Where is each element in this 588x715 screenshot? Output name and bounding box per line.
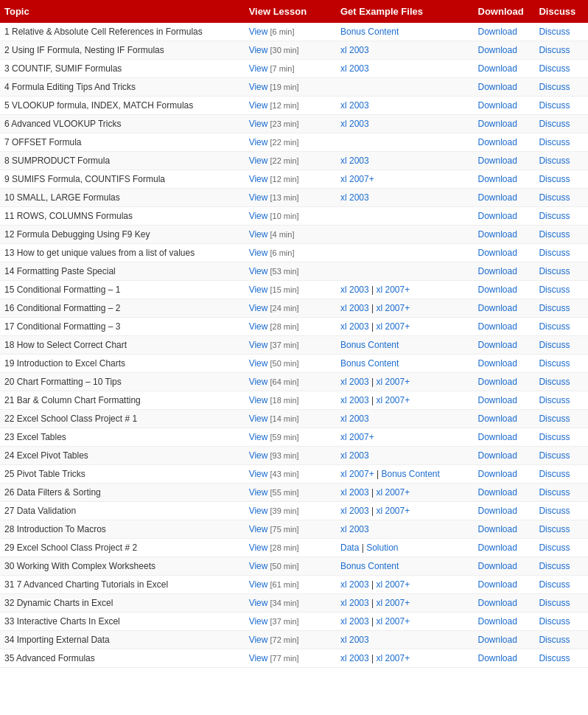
download-link[interactable]: Download — [478, 358, 517, 369]
file-link[interactable]: xl 2003 — [340, 192, 369, 203]
discuss-link[interactable]: Discuss — [539, 616, 570, 627]
download-link[interactable]: Download — [478, 653, 517, 663]
view-link[interactable]: View — [249, 653, 268, 663]
file-link[interactable]: Bonus Content — [340, 27, 399, 37]
file-link[interactable]: Bonus Content — [381, 469, 439, 479]
file-link[interactable]: xl 2003 — [340, 524, 369, 534]
download-link[interactable]: Download — [478, 414, 517, 424]
discuss-link[interactable]: Discuss — [539, 211, 570, 221]
view-link[interactable]: View — [249, 561, 268, 571]
discuss-link[interactable]: Discuss — [539, 321, 570, 332]
file-link[interactable]: xl 2003 — [340, 579, 369, 590]
download-link[interactable]: Download — [478, 174, 517, 184]
download-link[interactable]: Download — [478, 635, 517, 645]
discuss-link[interactable]: Discuss — [539, 340, 570, 350]
download-link[interactable]: Download — [478, 63, 517, 74]
file-link[interactable]: xl 2007+ — [376, 487, 410, 498]
view-link[interactable]: View — [249, 303, 268, 313]
download-link[interactable]: Download — [478, 248, 517, 258]
view-link[interactable]: View — [249, 174, 268, 184]
discuss-link[interactable]: Discuss — [539, 248, 570, 258]
file-link[interactable]: xl 2007+ — [340, 432, 374, 442]
file-link[interactable]: xl 2007+ — [376, 598, 410, 608]
file-link[interactable]: Bonus Content — [340, 340, 399, 350]
file-link[interactable]: xl 2003 — [340, 321, 369, 332]
view-link[interactable]: View — [249, 506, 268, 516]
file-link[interactable]: Solution — [366, 543, 398, 553]
file-link[interactable]: xl 2003 — [340, 616, 369, 627]
file-link[interactable]: xl 2003 — [340, 635, 369, 645]
file-link[interactable]: xl 2003 — [340, 598, 369, 608]
file-link[interactable]: xl 2003 — [340, 156, 369, 166]
view-link[interactable]: View — [249, 45, 268, 55]
view-link[interactable]: View — [249, 82, 268, 92]
file-link[interactable]: xl 2003 — [340, 100, 369, 111]
view-link[interactable]: View — [249, 598, 268, 608]
discuss-link[interactable]: Discuss — [539, 469, 570, 479]
view-link[interactable]: View — [249, 579, 268, 590]
discuss-link[interactable]: Discuss — [539, 579, 570, 590]
view-link[interactable]: View — [249, 229, 268, 240]
download-link[interactable]: Download — [478, 27, 517, 37]
download-link[interactable]: Download — [478, 229, 517, 240]
discuss-link[interactable]: Discuss — [539, 100, 570, 111]
file-link[interactable]: xl 2007+ — [376, 506, 410, 516]
file-link[interactable]: xl 2007+ — [376, 395, 410, 405]
discuss-link[interactable]: Discuss — [539, 45, 570, 55]
discuss-link[interactable]: Discuss — [539, 450, 570, 461]
file-link[interactable]: Data — [340, 543, 359, 553]
file-link[interactable]: Bonus Content — [340, 561, 399, 571]
view-link[interactable]: View — [249, 469, 268, 479]
view-link[interactable]: View — [249, 450, 268, 461]
view-link[interactable]: View — [249, 543, 268, 553]
discuss-link[interactable]: Discuss — [539, 358, 570, 369]
download-link[interactable]: Download — [478, 561, 517, 571]
discuss-link[interactable]: Discuss — [539, 303, 570, 313]
download-link[interactable]: Download — [478, 469, 517, 479]
discuss-link[interactable]: Discuss — [539, 635, 570, 645]
view-link[interactable]: View — [249, 192, 268, 203]
download-link[interactable]: Download — [478, 303, 517, 313]
download-link[interactable]: Download — [478, 506, 517, 516]
file-link[interactable]: Bonus Content — [340, 358, 399, 369]
file-link[interactable]: xl 2003 — [340, 395, 369, 405]
view-link[interactable]: View — [249, 432, 268, 442]
file-link[interactable]: xl 2007+ — [376, 579, 410, 590]
discuss-link[interactable]: Discuss — [539, 82, 570, 92]
file-link[interactable]: xl 2007+ — [340, 469, 374, 479]
file-link[interactable]: xl 2007+ — [376, 303, 410, 313]
download-link[interactable]: Download — [478, 266, 517, 276]
view-link[interactable]: View — [249, 27, 268, 37]
view-link[interactable]: View — [249, 119, 268, 129]
view-link[interactable]: View — [249, 321, 268, 332]
file-link[interactable]: xl 2007+ — [376, 321, 410, 332]
download-link[interactable]: Download — [478, 395, 517, 405]
discuss-link[interactable]: Discuss — [539, 27, 570, 37]
view-link[interactable]: View — [249, 285, 268, 295]
download-link[interactable]: Download — [478, 598, 517, 608]
file-link[interactable]: xl 2003 — [340, 63, 369, 74]
download-link[interactable]: Download — [478, 377, 517, 387]
view-link[interactable]: View — [249, 211, 268, 221]
discuss-link[interactable]: Discuss — [539, 377, 570, 387]
discuss-link[interactable]: Discuss — [539, 414, 570, 424]
discuss-link[interactable]: Discuss — [539, 395, 570, 405]
download-link[interactable]: Download — [478, 321, 517, 332]
discuss-link[interactable]: Discuss — [539, 561, 570, 571]
discuss-link[interactable]: Discuss — [539, 192, 570, 203]
download-link[interactable]: Download — [478, 156, 517, 166]
file-link[interactable]: xl 2003 — [340, 653, 369, 663]
discuss-link[interactable]: Discuss — [539, 524, 570, 534]
file-link[interactable]: xl 2007+ — [340, 174, 374, 184]
view-link[interactable]: View — [249, 487, 268, 498]
discuss-link[interactable]: Discuss — [539, 506, 570, 516]
discuss-link[interactable]: Discuss — [539, 432, 570, 442]
file-link[interactable]: xl 2007+ — [376, 616, 410, 627]
discuss-link[interactable]: Discuss — [539, 653, 570, 663]
view-link[interactable]: View — [249, 414, 268, 424]
discuss-link[interactable]: Discuss — [539, 63, 570, 74]
view-link[interactable]: View — [249, 377, 268, 387]
discuss-link[interactable]: Discuss — [539, 137, 570, 147]
file-link[interactable]: xl 2007+ — [376, 285, 410, 295]
discuss-link[interactable]: Discuss — [539, 266, 570, 276]
